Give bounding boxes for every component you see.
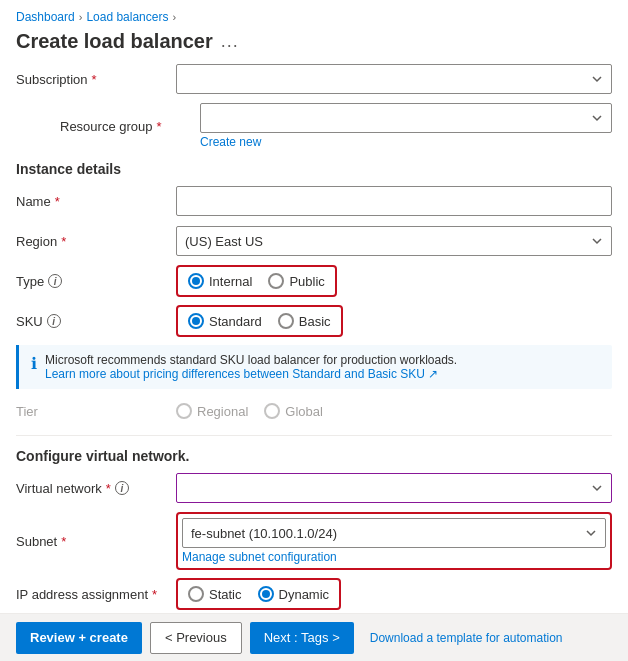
type-label: Type i: [16, 274, 176, 289]
ip-dynamic-option[interactable]: Dynamic: [258, 586, 330, 602]
review-create-button[interactable]: Review + create: [16, 622, 142, 654]
ip-assignment-control: Static Dynamic: [176, 578, 612, 610]
region-control: (US) East US: [176, 226, 612, 256]
breadcrumb-dashboard[interactable]: Dashboard: [16, 10, 75, 24]
create-new-link[interactable]: Create new: [200, 135, 612, 149]
name-required: *: [55, 194, 60, 209]
configure-vnet-title: Configure virtual network.: [16, 448, 612, 464]
tier-label: Tier: [16, 404, 176, 419]
sku-standard-radio[interactable]: [188, 313, 204, 329]
virtual-network-control: [176, 473, 612, 503]
virtual-network-info-icon[interactable]: i: [115, 481, 129, 495]
ip-assignment-required: *: [152, 587, 157, 602]
sku-row: SKU i Standard Basic: [16, 305, 612, 337]
sku-info-icon[interactable]: i: [47, 314, 61, 328]
resource-group-control: Create new: [200, 103, 612, 149]
virtual-network-dropdown[interactable]: [176, 473, 612, 503]
ip-dynamic-label: Dynamic: [279, 587, 330, 602]
footer-bar: Review + create < Previous Next : Tags >…: [0, 613, 628, 661]
sku-radio-group: Standard Basic: [176, 305, 343, 337]
previous-button[interactable]: < Previous: [150, 622, 242, 654]
tier-global-radio: [264, 403, 280, 419]
next-button[interactable]: Next : Tags >: [250, 622, 354, 654]
sku-standard-label: Standard: [209, 314, 262, 329]
ip-dynamic-radio[interactable]: [258, 586, 274, 602]
instance-details-title: Instance details: [16, 161, 612, 177]
breadcrumb-sep-1: ›: [79, 11, 83, 23]
tier-row: Tier Regional Global: [16, 395, 612, 427]
type-info-icon[interactable]: i: [48, 274, 62, 288]
info-banner-link[interactable]: Learn more about pricing differences bet…: [45, 367, 438, 381]
subnet-highlight-box: fe-subnet (10.100.1.0/24) Manage subnet …: [176, 512, 612, 570]
region-required: *: [61, 234, 66, 249]
subnet-row: Subnet * fe-subnet (10.100.1.0/24) Manag…: [16, 512, 612, 570]
page-title: Create load balancer: [16, 30, 213, 53]
ip-static-option[interactable]: Static: [188, 586, 242, 602]
type-radio-group: Internal Public: [176, 265, 337, 297]
sku-basic-radio[interactable]: [278, 313, 294, 329]
section-divider: [16, 435, 612, 436]
type-internal-radio[interactable]: [188, 273, 204, 289]
tier-global-option[interactable]: Global: [264, 403, 323, 419]
name-row: Name *: [16, 185, 612, 217]
region-dropdown[interactable]: (US) East US: [176, 226, 612, 256]
download-template-link[interactable]: Download a template for automation: [370, 631, 563, 645]
virtual-network-label: Virtual network * i: [16, 481, 176, 496]
resource-group-required: *: [157, 119, 162, 134]
resource-group-label: Resource group *: [40, 119, 200, 134]
sku-basic-option[interactable]: Basic: [278, 313, 331, 329]
type-internal-label: Internal: [209, 274, 252, 289]
ip-assignment-row: IP address assignment * Static Dynamic: [16, 578, 612, 610]
sku-label: SKU i: [16, 314, 176, 329]
tier-regional-radio: [176, 403, 192, 419]
breadcrumb: Dashboard › Load balancers ›: [0, 0, 628, 28]
tier-regional-option[interactable]: Regional: [176, 403, 248, 419]
tier-global-label: Global: [285, 404, 323, 419]
sku-standard-option[interactable]: Standard: [188, 313, 262, 329]
tier-control: Regional Global: [176, 403, 612, 419]
subnet-control: fe-subnet (10.100.1.0/24) Manage subnet …: [176, 512, 612, 570]
name-input[interactable]: [176, 186, 612, 216]
subnet-dropdown[interactable]: fe-subnet (10.100.1.0/24): [182, 518, 606, 548]
sku-basic-label: Basic: [299, 314, 331, 329]
virtual-network-required: *: [106, 481, 111, 496]
subscription-dropdown[interactable]: [176, 64, 612, 94]
resource-group-dropdown[interactable]: [200, 103, 612, 133]
region-label: Region *: [16, 234, 176, 249]
virtual-network-row: Virtual network * i: [16, 472, 612, 504]
ip-static-label: Static: [209, 587, 242, 602]
type-public-label: Public: [289, 274, 324, 289]
subscription-required: *: [92, 72, 97, 87]
more-options-menu[interactable]: ...: [221, 31, 239, 52]
type-row: Type i Internal Public: [16, 265, 612, 297]
region-row: Region * (US) East US: [16, 225, 612, 257]
ip-assignment-radio-group: Static Dynamic: [176, 578, 341, 610]
type-public-radio[interactable]: [268, 273, 284, 289]
type-internal-option[interactable]: Internal: [188, 273, 252, 289]
tier-regional-label: Regional: [197, 404, 248, 419]
name-label: Name *: [16, 194, 176, 209]
subscription-row: Subscription *: [16, 63, 612, 95]
info-banner-content: Microsoft recommends standard SKU load b…: [45, 353, 457, 381]
ip-assignment-label: IP address assignment *: [16, 587, 176, 602]
subscription-label: Subscription *: [16, 72, 176, 87]
external-link-icon: ↗: [428, 367, 438, 381]
info-banner-text: Microsoft recommends standard SKU load b…: [45, 353, 457, 367]
manage-subnet-link[interactable]: Manage subnet configuration: [182, 550, 606, 564]
subscription-control: [176, 64, 612, 94]
info-banner: ℹ Microsoft recommends standard SKU load…: [16, 345, 612, 389]
ip-static-radio[interactable]: [188, 586, 204, 602]
type-public-option[interactable]: Public: [268, 273, 324, 289]
subnet-label: Subnet *: [16, 534, 176, 549]
info-banner-icon: ℹ: [31, 354, 37, 381]
page-title-row: Create load balancer ...: [0, 28, 628, 63]
tier-radio-group: Regional Global: [176, 403, 612, 419]
breadcrumb-load-balancers[interactable]: Load balancers: [86, 10, 168, 24]
subnet-required: *: [61, 534, 66, 549]
resource-group-row: Resource group * Create new: [16, 103, 612, 149]
name-control: [176, 186, 612, 216]
form-container: Subscription * Resource group * Create n…: [0, 63, 628, 653]
type-control: Internal Public: [176, 265, 612, 297]
sku-control: Standard Basic: [176, 305, 612, 337]
breadcrumb-sep-2: ›: [172, 11, 176, 23]
